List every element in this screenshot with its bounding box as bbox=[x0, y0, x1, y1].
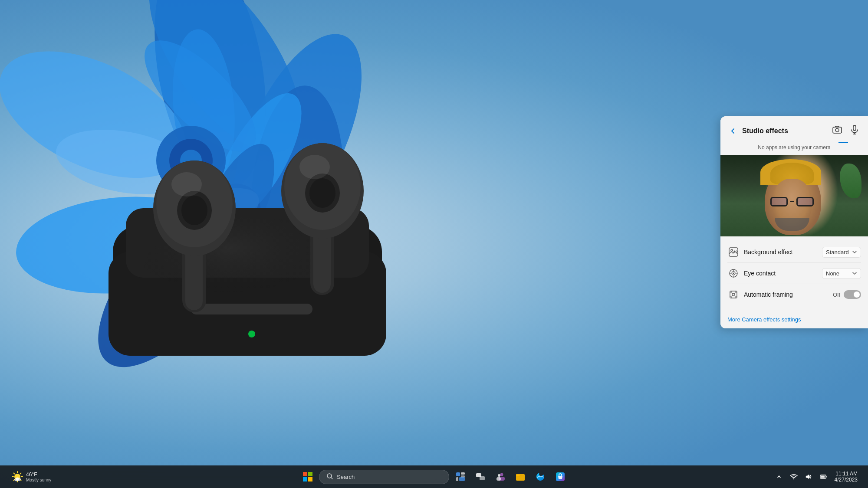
svg-rect-63 bbox=[303, 477, 307, 481]
more-camera-settings: More Camera effects settings bbox=[720, 310, 868, 328]
taskbar-app-edge[interactable] bbox=[532, 468, 549, 485]
background-effect-dropdown[interactable]: Standard bbox=[822, 247, 861, 258]
svg-point-22 bbox=[248, 331, 255, 337]
more-camera-settings-link[interactable]: More Camera effects settings bbox=[727, 316, 801, 323]
automatic-framing-toggle[interactable] bbox=[844, 290, 861, 299]
svg-line-56 bbox=[20, 473, 21, 474]
eye-contact-label: Eye contact bbox=[744, 270, 822, 277]
search-bar[interactable]: Search bbox=[319, 470, 449, 484]
background-effect-label: Background effect bbox=[744, 249, 822, 255]
automatic-framing-toggle-label: Off bbox=[833, 291, 840, 298]
svg-rect-80 bbox=[516, 474, 520, 475]
svg-point-74 bbox=[500, 473, 503, 476]
windows-logo bbox=[303, 472, 312, 481]
taskbar-left: 46°F Mostly sunny bbox=[7, 469, 56, 485]
automatic-framing-icon bbox=[727, 288, 740, 301]
svg-rect-47 bbox=[730, 291, 737, 298]
svg-rect-83 bbox=[821, 476, 825, 478]
volume-icon bbox=[805, 473, 812, 481]
edge-icon bbox=[536, 472, 545, 481]
system-tray-expand[interactable] bbox=[772, 470, 786, 484]
svg-rect-67 bbox=[456, 472, 460, 476]
automatic-framing-row: Automatic framing Off bbox=[727, 284, 861, 305]
svg-rect-70 bbox=[456, 477, 458, 481]
taskbar-app-teams[interactable] bbox=[492, 468, 509, 485]
system-tray bbox=[772, 470, 830, 484]
svg-point-36 bbox=[299, 155, 330, 179]
svg-rect-68 bbox=[461, 472, 465, 475]
svg-rect-73 bbox=[480, 476, 485, 480]
battery-icon bbox=[819, 473, 827, 481]
eye-contact-dropdown[interactable]: None bbox=[822, 268, 861, 279]
svg-point-76 bbox=[498, 474, 500, 477]
background-effect-icon bbox=[727, 246, 740, 258]
svg-rect-37 bbox=[833, 127, 842, 133]
svg-line-66 bbox=[331, 478, 332, 479]
svg-rect-39 bbox=[853, 125, 856, 131]
panel-title: Studio effects bbox=[742, 127, 831, 135]
desktop: Studio effects bbox=[0, 0, 868, 488]
taskbar: 46°F Mostly sunny bbox=[0, 465, 868, 488]
svg-point-43 bbox=[731, 249, 733, 251]
svg-point-38 bbox=[835, 128, 839, 132]
volume-tray-icon[interactable] bbox=[802, 470, 815, 484]
airpods-image bbox=[69, 87, 438, 373]
task-view-icon bbox=[476, 472, 485, 481]
taskbar-app-store[interactable] bbox=[552, 468, 569, 485]
search-label: Search bbox=[337, 474, 355, 480]
wifi-icon bbox=[790, 473, 798, 481]
svg-point-60 bbox=[16, 478, 19, 480]
taskbar-app-widgets[interactable] bbox=[452, 468, 469, 485]
clock-date: 4/27/2023 bbox=[835, 477, 858, 483]
svg-rect-64 bbox=[308, 477, 312, 481]
dropdown-chevron-2 bbox=[852, 271, 857, 276]
svg-rect-61 bbox=[303, 472, 307, 476]
svg-point-46 bbox=[733, 273, 734, 274]
file-explorer-icon bbox=[516, 472, 525, 481]
panel-icons bbox=[831, 123, 861, 138]
weather-text: 46°F Mostly sunny bbox=[26, 472, 51, 482]
camera-icon-button[interactable] bbox=[831, 123, 844, 138]
svg-rect-84 bbox=[826, 476, 827, 478]
panel-header: Studio effects bbox=[720, 116, 868, 142]
clock-time: 11:11 AM bbox=[835, 471, 858, 477]
svg-rect-62 bbox=[308, 472, 312, 476]
start-button[interactable] bbox=[299, 468, 316, 485]
svg-rect-77 bbox=[496, 477, 501, 481]
widgets-icon bbox=[456, 472, 465, 481]
teams-icon bbox=[496, 472, 505, 481]
dropdown-chevron bbox=[852, 249, 857, 255]
svg-line-54 bbox=[14, 473, 15, 474]
automatic-framing-label: Automatic framing bbox=[744, 291, 833, 298]
taskbar-right: 11:11 AM 4/27/2023 bbox=[772, 469, 861, 485]
settings-section: Background effect Standard Eye contact bbox=[720, 236, 868, 310]
eye-contact-value: None bbox=[826, 270, 839, 277]
svg-point-28 bbox=[181, 196, 207, 225]
camera-status: No apps are using your camera bbox=[720, 143, 868, 155]
weather-icon bbox=[11, 471, 23, 483]
weather-widget[interactable]: 46°F Mostly sunny bbox=[7, 469, 56, 485]
studio-effects-panel: Studio effects bbox=[720, 116, 868, 328]
weather-temp: 46°F bbox=[26, 472, 51, 478]
weather-condition: Mostly sunny bbox=[26, 478, 51, 482]
svg-rect-42 bbox=[729, 248, 738, 256]
mic-icon-button[interactable] bbox=[848, 123, 861, 138]
svg-rect-71 bbox=[459, 477, 465, 481]
svg-point-48 bbox=[732, 293, 735, 296]
back-button[interactable] bbox=[727, 125, 739, 137]
clock-area[interactable]: 11:11 AM 4/27/2023 bbox=[831, 469, 861, 485]
automatic-framing-toggle-container: Off bbox=[833, 290, 861, 299]
battery-tray-icon[interactable] bbox=[816, 470, 830, 484]
camera-preview bbox=[720, 155, 868, 236]
taskbar-center: Search bbox=[299, 468, 569, 485]
background-effect-value: Standard bbox=[826, 249, 849, 255]
eye-contact-row: Eye contact None bbox=[727, 263, 861, 284]
store-icon bbox=[556, 472, 565, 481]
eye-contact-icon bbox=[727, 267, 740, 279]
svg-point-29 bbox=[171, 172, 202, 197]
taskbar-app-taskview[interactable] bbox=[472, 468, 489, 485]
background-effect-row: Background effect Standard bbox=[727, 242, 861, 263]
wifi-tray-icon[interactable] bbox=[787, 470, 801, 484]
chevron-up-icon bbox=[777, 475, 781, 479]
taskbar-app-explorer[interactable] bbox=[512, 468, 529, 485]
